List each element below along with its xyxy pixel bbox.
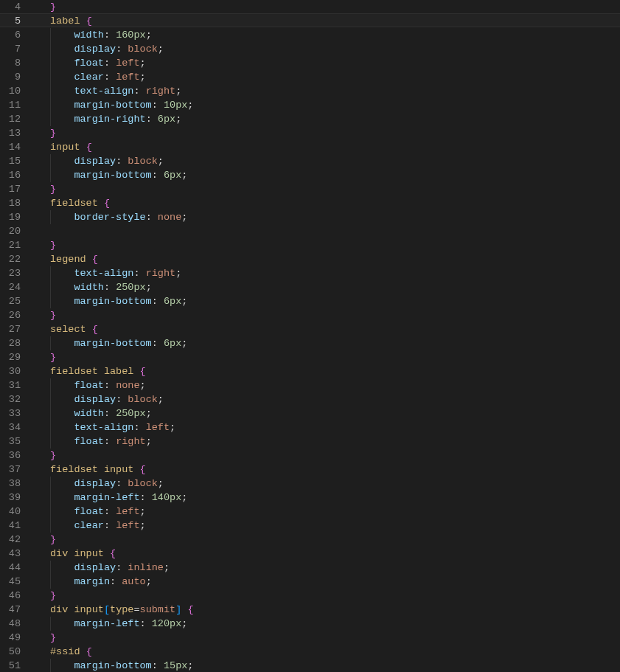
line-number: 4 bbox=[0, 0, 34, 14]
code-line[interactable]: #ssid { bbox=[50, 645, 620, 659]
code-editor[interactable]: 4567891011121314151617181920212223242526… bbox=[0, 0, 620, 672]
line-number: 49 bbox=[0, 631, 34, 645]
code-line[interactable]: margin-right: 6px; bbox=[50, 112, 620, 126]
line-number: 14 bbox=[0, 140, 34, 154]
line-number: 16 bbox=[0, 168, 34, 182]
code-content[interactable]: }label { width: 160px; display: block; f… bbox=[37, 0, 620, 672]
code-line[interactable]: } bbox=[50, 182, 620, 196]
code-line[interactable]: div input[type=submit] { bbox=[50, 603, 620, 617]
code-line[interactable]: fieldset input { bbox=[50, 463, 620, 477]
line-number: 9 bbox=[0, 70, 34, 84]
line-number: 50 bbox=[0, 645, 34, 659]
code-line[interactable]: } bbox=[50, 308, 620, 322]
line-number: 15 bbox=[0, 154, 34, 168]
line-number-gutter: 4567891011121314151617181920212223242526… bbox=[0, 0, 37, 672]
line-number: 6 bbox=[0, 28, 34, 42]
line-number: 24 bbox=[0, 280, 34, 294]
line-number: 42 bbox=[0, 533, 34, 547]
line-number: 46 bbox=[0, 589, 34, 603]
line-number: 33 bbox=[0, 406, 34, 420]
code-line[interactable]: margin-bottom: 15px; bbox=[50, 659, 620, 672]
code-line[interactable]: } bbox=[50, 126, 620, 140]
line-number: 47 bbox=[0, 603, 34, 617]
line-number: 5 bbox=[0, 14, 34, 28]
line-number: 31 bbox=[0, 378, 34, 392]
code-line[interactable]: div input { bbox=[50, 547, 620, 561]
line-number: 35 bbox=[0, 434, 34, 448]
line-number: 17 bbox=[0, 182, 34, 196]
code-line[interactable]: display: block; bbox=[50, 42, 620, 56]
line-number: 51 bbox=[0, 659, 34, 672]
code-line[interactable]: text-align: right; bbox=[50, 84, 620, 98]
code-line[interactable] bbox=[50, 224, 620, 238]
code-line[interactable]: margin-bottom: 10px; bbox=[50, 98, 620, 112]
code-line[interactable]: float: left; bbox=[50, 56, 620, 70]
code-line[interactable]: margin-bottom: 6px; bbox=[50, 294, 620, 308]
code-line[interactable]: } bbox=[50, 238, 620, 252]
code-line[interactable]: margin-left: 120px; bbox=[50, 617, 620, 631]
line-number: 37 bbox=[0, 463, 34, 477]
code-line[interactable]: text-align: right; bbox=[50, 266, 620, 280]
code-line[interactable]: } bbox=[50, 533, 620, 547]
line-number: 8 bbox=[0, 56, 34, 70]
line-number: 36 bbox=[0, 448, 34, 463]
code-line[interactable]: margin-bottom: 6px; bbox=[50, 168, 620, 182]
code-line[interactable]: text-align: left; bbox=[50, 420, 620, 434]
line-number: 48 bbox=[0, 617, 34, 631]
code-line[interactable]: } bbox=[50, 589, 620, 603]
code-line[interactable]: select { bbox=[50, 322, 620, 336]
line-number: 32 bbox=[0, 392, 34, 406]
line-number: 11 bbox=[0, 98, 34, 112]
line-number: 13 bbox=[0, 126, 34, 140]
code-line[interactable]: clear: left; bbox=[50, 70, 620, 84]
line-number: 23 bbox=[0, 266, 34, 280]
line-number: 40 bbox=[0, 505, 34, 519]
code-line[interactable]: fieldset label { bbox=[50, 364, 620, 378]
line-number: 43 bbox=[0, 547, 34, 561]
code-line[interactable]: label { bbox=[50, 14, 620, 28]
line-number: 29 bbox=[0, 350, 34, 364]
line-number: 45 bbox=[0, 575, 34, 589]
code-line[interactable]: margin-bottom: 6px; bbox=[50, 336, 620, 350]
code-line[interactable]: margin-left: 140px; bbox=[50, 491, 620, 505]
code-line[interactable]: width: 250px; bbox=[50, 406, 620, 420]
line-number: 20 bbox=[0, 224, 34, 238]
code-line[interactable]: float: right; bbox=[50, 434, 620, 448]
code-line[interactable]: } bbox=[50, 631, 620, 645]
code-line[interactable]: border-style: none; bbox=[50, 210, 620, 224]
code-line[interactable]: input { bbox=[50, 140, 620, 154]
line-number: 7 bbox=[0, 42, 34, 56]
line-number: 26 bbox=[0, 308, 34, 322]
code-line[interactable]: clear: left; bbox=[50, 519, 620, 533]
line-number: 21 bbox=[0, 238, 34, 252]
code-line[interactable]: fieldset { bbox=[50, 196, 620, 210]
line-number: 10 bbox=[0, 84, 34, 98]
line-number: 39 bbox=[0, 491, 34, 505]
line-number: 34 bbox=[0, 420, 34, 434]
code-line[interactable]: float: left; bbox=[50, 505, 620, 519]
code-line[interactable]: legend { bbox=[50, 252, 620, 266]
line-number: 41 bbox=[0, 519, 34, 533]
line-number: 27 bbox=[0, 322, 34, 336]
code-line[interactable]: float: none; bbox=[50, 378, 620, 392]
code-line[interactable]: } bbox=[50, 0, 620, 14]
code-line[interactable]: display: block; bbox=[50, 154, 620, 168]
line-number: 28 bbox=[0, 336, 34, 350]
code-line[interactable]: } bbox=[50, 448, 620, 463]
code-line[interactable]: width: 160px; bbox=[50, 28, 620, 42]
code-line[interactable]: display: inline; bbox=[50, 561, 620, 575]
code-line[interactable]: width: 250px; bbox=[50, 280, 620, 294]
code-line[interactable]: display: block; bbox=[50, 392, 620, 406]
line-number: 19 bbox=[0, 210, 34, 224]
line-number: 30 bbox=[0, 364, 34, 378]
code-line[interactable]: margin: auto; bbox=[50, 575, 620, 589]
line-number: 22 bbox=[0, 252, 34, 266]
line-number: 18 bbox=[0, 196, 34, 210]
code-line[interactable]: } bbox=[50, 350, 620, 364]
line-number: 25 bbox=[0, 294, 34, 308]
line-number: 44 bbox=[0, 561, 34, 575]
line-number: 38 bbox=[0, 477, 34, 491]
line-number: 12 bbox=[0, 112, 34, 126]
code-line[interactable]: display: block; bbox=[50, 477, 620, 491]
